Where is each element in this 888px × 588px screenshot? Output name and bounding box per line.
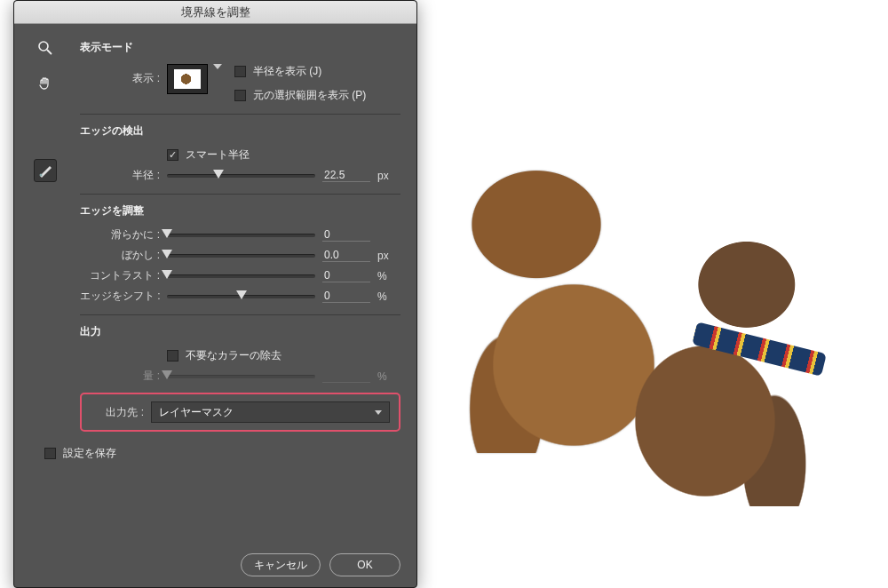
feather-slider[interactable] — [167, 254, 315, 258]
svg-line-1 — [47, 50, 52, 54]
main-column: 表示モード 表示 : 半径を表示 (J) 元の選択範囲を表示 (P) — [76, 24, 416, 587]
radius-input[interactable] — [322, 169, 370, 182]
chevron-down-icon[interactable] — [213, 64, 222, 69]
contrast-unit: % — [377, 270, 400, 282]
smooth-label: 滑らかに : — [80, 227, 160, 242]
feather-label: ぼかし : — [80, 248, 160, 263]
show-original-label: 元の選択範囲を表示 (P) — [253, 88, 366, 103]
show-label: 表示 : — [80, 64, 160, 86]
show-original-checkbox[interactable] — [234, 90, 246, 101]
amount-input — [322, 369, 370, 383]
feather-input[interactable] — [322, 249, 370, 262]
cancel-button[interactable]: キャンセル — [241, 553, 321, 576]
remember-settings-label: 設定を保存 — [63, 446, 116, 461]
output-to-select[interactable]: レイヤーマスク — [151, 401, 390, 423]
decontaminate-label: 不要なカラーの除去 — [186, 348, 281, 363]
smooth-input[interactable] — [322, 228, 370, 242]
contrast-slider[interactable] — [167, 274, 315, 278]
dialog-footer: キャンセル OK — [241, 553, 400, 576]
feather-unit: px — [377, 250, 400, 262]
shift-unit: % — [377, 290, 400, 303]
result-preview — [426, 107, 870, 533]
tool-column — [14, 24, 76, 587]
shift-input[interactable] — [322, 290, 370, 303]
show-radius-label: 半径を表示 (J) — [253, 64, 321, 79]
smooth-slider[interactable] — [167, 234, 315, 237]
hand-tool-icon[interactable] — [34, 72, 57, 95]
contrast-input[interactable] — [322, 269, 370, 282]
amount-label: 量 : — [80, 369, 160, 384]
radius-slider[interactable] — [167, 174, 315, 178]
svg-point-2 — [40, 174, 43, 177]
section-edge-detection: エッジの検出 — [80, 123, 400, 139]
remember-settings-checkbox[interactable] — [44, 448, 56, 459]
refine-edge-dialog: 境界線を調整 表示モード 表示 : 半径 — [13, 0, 417, 588]
zoom-tool-icon[interactable] — [34, 36, 57, 60]
show-radius-checkbox[interactable] — [234, 66, 246, 77]
svg-point-0 — [39, 42, 48, 51]
amount-slider — [167, 375, 315, 378]
output-to-value: レイヤーマスク — [159, 405, 234, 420]
refine-brush-tool-icon[interactable] — [34, 159, 57, 182]
section-output: 出力 — [80, 324, 400, 339]
radius-label: 半径 : — [80, 168, 160, 183]
radius-unit: px — [377, 170, 400, 182]
output-to-label: 出力先 : — [91, 405, 144, 420]
shift-slider[interactable] — [167, 295, 315, 298]
smart-radius-label: スマート半径 — [186, 147, 250, 163]
amount-unit: % — [377, 370, 400, 383]
dialog-title: 境界線を調整 — [14, 1, 416, 24]
section-adjust-edge: エッジを調整 — [80, 203, 400, 219]
chevron-down-icon — [375, 410, 382, 415]
contrast-label: コントラスト : — [80, 268, 160, 283]
shift-label: エッジをシフト : — [80, 289, 160, 304]
smart-radius-checkbox[interactable] — [167, 149, 178, 161]
section-view-mode: 表示モード — [80, 40, 400, 55]
decontaminate-checkbox[interactable] — [167, 350, 178, 362]
ok-button[interactable]: OK — [329, 553, 400, 576]
output-to-highlight: 出力先 : レイヤーマスク — [80, 393, 400, 432]
view-mode-thumbnail[interactable] — [167, 64, 208, 94]
